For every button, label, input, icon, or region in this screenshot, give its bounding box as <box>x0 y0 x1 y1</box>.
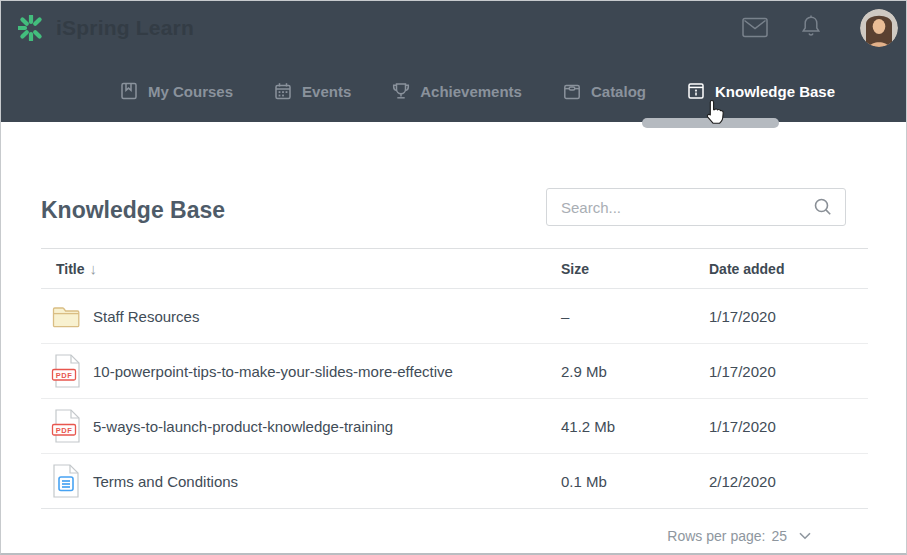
folder-icon <box>50 304 82 328</box>
tab-catalog[interactable]: Catalog <box>562 81 646 101</box>
table-row[interactable]: PDF 5-ways-to-launch-product-knowledge-t… <box>41 399 868 454</box>
column-header-date-added[interactable]: Date added <box>709 261 868 277</box>
item-size: 0.1 Mb <box>561 473 709 490</box>
table-row[interactable]: Staff Resources – 1/17/2020 <box>41 289 868 344</box>
main-navigation: My Courses Events <box>119 73 835 109</box>
table-footer: Rows per page: 25 <box>41 528 868 544</box>
ispring-logo-icon <box>18 15 44 41</box>
item-date-added: 1/17/2020 <box>709 418 868 435</box>
svg-text:PDF: PDF <box>56 371 73 380</box>
doc-file-icon <box>50 464 82 498</box>
item-title: Staff Resources <box>93 308 199 325</box>
tab-label: Knowledge Base <box>715 83 835 100</box>
item-date-added: 1/17/2020 <box>709 308 868 325</box>
tab-label: My Courses <box>148 83 233 100</box>
item-size: 2.9 Mb <box>561 363 709 380</box>
column-header-title[interactable]: Title ↓ <box>41 260 561 277</box>
item-title: 10-powerpoint-tips-to-make-your-slides-m… <box>93 363 453 380</box>
search-input[interactable] <box>547 199 813 216</box>
tab-knowledge-base[interactable]: Knowledge Base <box>686 81 835 101</box>
rows-per-page-value[interactable]: 25 <box>771 528 787 544</box>
catalog-box-icon <box>562 81 582 101</box>
table-row[interactable]: PDF 10-powerpoint-tips-to-make-your-slid… <box>41 344 868 399</box>
search-box <box>546 188 846 226</box>
search-icon[interactable] <box>813 197 833 217</box>
trophy-icon <box>391 81 411 101</box>
top-header: iSpring Learn <box>1 1 906 122</box>
table-header-row: Title ↓ Size Date added <box>41 248 868 289</box>
pdf-file-icon: PDF <box>50 354 82 388</box>
calendar-icon <box>273 81 293 101</box>
item-title: Terms and Conditions <box>93 473 238 490</box>
messages-icon[interactable] <box>742 17 768 42</box>
chevron-down-icon[interactable] <box>799 532 811 540</box>
info-square-icon <box>686 81 706 101</box>
brand-row: iSpring Learn <box>1 1 906 55</box>
user-avatar[interactable] <box>860 9 898 47</box>
tab-events[interactable]: Events <box>273 81 351 101</box>
notifications-bell-icon[interactable] <box>800 14 822 44</box>
pdf-file-icon: PDF <box>50 409 82 443</box>
logo-wordmark: iSpring Learn <box>56 16 194 40</box>
tab-label: Events <box>302 83 351 100</box>
app-window: iSpring Learn <box>0 0 907 555</box>
tab-my-courses[interactable]: My Courses <box>119 81 233 101</box>
tab-achievements[interactable]: Achievements <box>391 81 522 101</box>
item-size: – <box>561 308 709 325</box>
page-title: Knowledge Base <box>41 197 225 224</box>
table-row[interactable]: Terms and Conditions 0.1 Mb 2/12/2020 <box>41 454 868 509</box>
book-icon <box>119 81 139 101</box>
rows-per-page-label: Rows per page: <box>667 528 765 544</box>
knowledge-base-table: Title ↓ Size Date added Staff Resources … <box>41 248 868 509</box>
item-size: 41.2 Mb <box>561 418 709 435</box>
tab-label: Catalog <box>591 83 646 100</box>
svg-text:PDF: PDF <box>56 426 73 435</box>
column-header-size[interactable]: Size <box>561 261 709 277</box>
item-date-added: 2/12/2020 <box>709 473 868 490</box>
item-date-added: 1/17/2020 <box>709 363 868 380</box>
sort-descending-icon[interactable]: ↓ <box>90 260 98 277</box>
item-title: 5-ways-to-launch-product-knowledge-train… <box>93 418 393 435</box>
tab-label: Achievements <box>420 83 522 100</box>
mouse-pointer-cursor <box>702 99 726 130</box>
